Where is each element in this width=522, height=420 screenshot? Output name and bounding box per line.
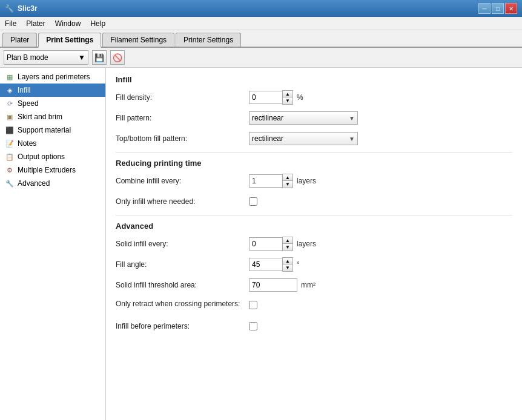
- extruder-icon: ⚙: [5, 165, 15, 175]
- skirt-icon: ▣: [5, 112, 15, 122]
- save-button[interactable]: 💾: [92, 50, 107, 65]
- profile-label: Plan B mode: [7, 53, 48, 62]
- tab-plater[interactable]: Plater: [2, 33, 37, 47]
- combine-infill-up[interactable]: ▲: [283, 174, 292, 181]
- solid-infill-input[interactable]: [249, 237, 282, 251]
- fill-angle-up[interactable]: ▲: [283, 258, 292, 264]
- app-title: Slic3r: [18, 4, 38, 13]
- fill-angle-spinner: ▲ ▼: [282, 257, 293, 272]
- top-bottom-value: rectilinear: [252, 134, 283, 143]
- notes-icon: 📝: [5, 139, 15, 148]
- only-infill-row: Only infill where needed:: [116, 194, 512, 209]
- menu-help[interactable]: Help: [85, 18, 110, 29]
- fill-density-spinner: ▲ ▼: [282, 90, 293, 105]
- sidebar-item-output[interactable]: 📋 Output options: [0, 150, 105, 163]
- combine-infill-spinner: ▲ ▼: [282, 174, 293, 188]
- solid-infill-spinner: ▲ ▼: [282, 237, 293, 251]
- solid-infill-unit: layers: [297, 240, 316, 248]
- sidebar-item-infill[interactable]: ◈ Infill: [0, 84, 105, 97]
- tab-filament-settings[interactable]: Filament Settings: [102, 33, 174, 47]
- sidebar-item-notes[interactable]: 📝 Notes: [0, 137, 105, 150]
- toolbar: Plan B mode ▼ 💾 🚫: [0, 48, 522, 68]
- sidebar-label-extruders: Multiple Extruders: [18, 166, 76, 174]
- infill-before-checkbox[interactable]: [249, 322, 257, 330]
- fill-pattern-dropdown[interactable]: rectilinear ▼: [249, 111, 358, 125]
- menu-file[interactable]: File: [0, 18, 21, 29]
- sidebar-label-speed: Speed: [18, 99, 39, 108]
- top-bottom-arrow-icon: ▼: [349, 136, 355, 142]
- combine-infill-input[interactable]: [249, 174, 282, 188]
- profile-dropdown[interactable]: Plan B mode ▼: [4, 50, 88, 65]
- solid-infill-up[interactable]: ▲: [283, 237, 292, 244]
- fill-density-row: Fill density: ▲ ▼ %: [116, 90, 512, 105]
- retract-checkbox[interactable]: [249, 301, 257, 309]
- section-reduce-title: Reducing printing time: [116, 159, 512, 168]
- sidebar-item-support[interactable]: ⬛ Support material: [0, 123, 105, 137]
- combine-infill-unit: layers: [297, 177, 316, 185]
- fill-density-down[interactable]: ▼: [283, 97, 292, 104]
- close-button[interactable]: ✕: [505, 3, 517, 14]
- tab-print-settings[interactable]: Print Settings: [38, 33, 101, 48]
- combine-infill-down[interactable]: ▼: [283, 181, 292, 188]
- section-infill-title: Infill: [116, 75, 512, 84]
- sidebar-label-infill: Infill: [18, 86, 30, 94]
- threshold-row: Solid infill threshold area: mm²: [116, 278, 512, 292]
- fill-angle-row: Fill angle: ▲ ▼ °: [116, 257, 512, 272]
- sidebar-label-advanced: Advanced: [18, 179, 50, 188]
- combine-infill-row: Combine infill every: ▲ ▼ layers: [116, 174, 512, 188]
- sidebar-item-layers[interactable]: ▦ Layers and perimeters: [0, 70, 105, 84]
- sidebar-label-notes: Notes: [18, 139, 36, 148]
- main-container: ▦ Layers and perimeters ◈ Infill ⟳ Speed…: [0, 68, 522, 420]
- menu-plater[interactable]: Plater: [21, 18, 50, 29]
- title-bar: 🔧 Slic3r ─ □ ✕: [0, 0, 522, 17]
- section-advanced-title: Advanced: [116, 221, 512, 231]
- fill-pattern-arrow-icon: ▼: [349, 115, 355, 122]
- app-icon: 🔧: [5, 4, 14, 13]
- layers-icon: ▦: [5, 72, 15, 82]
- sidebar-item-extruders[interactable]: ⚙ Multiple Extruders: [0, 163, 105, 177]
- threshold-input[interactable]: [249, 278, 297, 292]
- minimize-button[interactable]: ─: [478, 3, 491, 14]
- threshold-unit: mm²: [301, 281, 316, 289]
- sidebar-label-layers: Layers and perimeters: [18, 73, 90, 81]
- infill-before-label: Infill before perimeters:: [116, 322, 249, 330]
- divider-1: [116, 152, 512, 153]
- content-area: Infill Fill density: ▲ ▼ % Fill pattern:…: [106, 68, 522, 420]
- sidebar: ▦ Layers and perimeters ◈ Infill ⟳ Speed…: [0, 68, 106, 420]
- tab-printer-settings[interactable]: Printer Settings: [176, 33, 241, 47]
- only-infill-label: Only infill where needed:: [116, 197, 249, 206]
- solid-infill-down[interactable]: ▼: [283, 244, 292, 251]
- retract-label: Only retract when crossing perimeters:: [116, 300, 249, 309]
- menu-window[interactable]: Window: [50, 18, 86, 29]
- divider-2: [116, 215, 512, 215]
- top-bottom-dropdown[interactable]: rectilinear ▼: [249, 132, 358, 145]
- menu-bar: File Plater Window Help: [0, 17, 522, 30]
- fill-pattern-label: Fill pattern:: [116, 114, 249, 122]
- maximize-button[interactable]: □: [492, 3, 504, 14]
- fill-density-input[interactable]: [249, 91, 282, 104]
- fill-pattern-value: rectilinear: [252, 114, 283, 122]
- support-icon: ⬛: [5, 125, 15, 135]
- fill-pattern-row: Fill pattern: rectilinear ▼: [116, 111, 512, 125]
- sidebar-label-output: Output options: [18, 153, 65, 161]
- infill-icon: ◈: [5, 85, 15, 95]
- output-icon: 📋: [5, 152, 15, 162]
- fill-density-up[interactable]: ▲: [283, 91, 292, 97]
- delete-button[interactable]: 🚫: [110, 50, 125, 65]
- fill-angle-input[interactable]: [249, 258, 282, 271]
- fill-angle-unit: °: [297, 260, 300, 269]
- sidebar-item-speed[interactable]: ⟳ Speed: [0, 97, 105, 110]
- infill-before-row: Infill before perimeters:: [116, 319, 512, 333]
- retract-row: Only retract when crossing perimeters:: [116, 298, 512, 313]
- sidebar-item-advanced[interactable]: 🔧 Advanced: [0, 177, 105, 190]
- sidebar-label-support: Support material: [18, 126, 71, 134]
- fill-density-unit: %: [297, 93, 303, 102]
- advanced-icon: 🔧: [5, 179, 15, 188]
- only-infill-checkbox[interactable]: [249, 197, 257, 206]
- sidebar-item-skirt[interactable]: ▣ Skirt and brim: [0, 110, 105, 123]
- fill-angle-label: Fill angle:: [116, 260, 249, 269]
- dropdown-arrow-icon: ▼: [78, 53, 85, 62]
- fill-angle-down[interactable]: ▼: [283, 264, 292, 271]
- top-bottom-pattern-row: Top/bottom fill pattern: rectilinear ▼: [116, 131, 512, 146]
- fill-density-label: Fill density:: [116, 93, 249, 102]
